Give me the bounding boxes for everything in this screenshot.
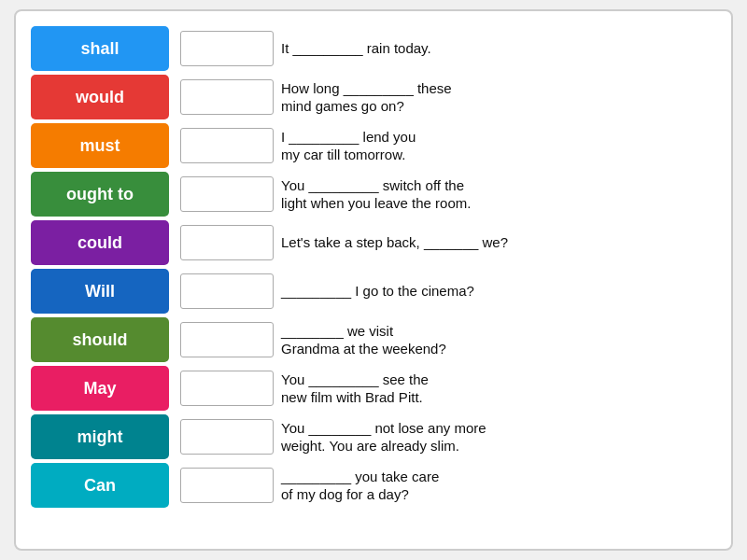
sentence-row-s3: I _________ lend you my car till tomorro… xyxy=(180,123,716,168)
answer-box-s10[interactable] xyxy=(180,468,274,503)
answer-box-s4[interactable] xyxy=(180,176,274,212)
sentence-text-s3: I _________ lend you my car till tomorro… xyxy=(281,128,416,164)
word-btn-would[interactable]: would xyxy=(31,75,169,119)
sentence-text-s2: How long _________ these mind games go o… xyxy=(281,79,452,116)
word-btn-might[interactable]: might xyxy=(31,414,169,459)
word-btn-can[interactable]: Can xyxy=(31,463,169,508)
sentence-row-s5: Let's take a step back, _______ we? xyxy=(180,220,716,265)
answer-box-s8[interactable] xyxy=(180,371,274,406)
word-btn-must[interactable]: must xyxy=(31,123,169,168)
word-btn-could[interactable]: could xyxy=(31,220,169,265)
answer-box-s1[interactable] xyxy=(180,31,274,66)
answer-box-s2[interactable] xyxy=(180,79,274,115)
sentence-row-s9: You ________ not lose any more weight. Y… xyxy=(180,414,716,459)
word-btn-ought-to[interactable]: ought to xyxy=(31,172,169,217)
sentence-row-s1: It _________ rain today. xyxy=(180,26,716,71)
sentence-list: It _________ rain today.How long _______… xyxy=(180,26,716,534)
answer-box-s3[interactable] xyxy=(180,128,274,163)
answer-box-s7[interactable] xyxy=(180,322,274,357)
sentence-text-s6: _________ I go to the cinema? xyxy=(281,282,474,301)
word-btn-shall[interactable]: shall xyxy=(31,26,169,71)
word-btn-may[interactable]: May xyxy=(31,366,169,411)
sentence-row-s8: You _________ see the new film with Brad… xyxy=(180,366,716,411)
sentence-text-s9: You ________ not lose any more weight. Y… xyxy=(281,419,486,455)
sentence-row-s4: You _________ switch off the light when … xyxy=(180,172,716,217)
answer-box-s6[interactable] xyxy=(180,273,274,309)
word-btn-will[interactable]: Will xyxy=(31,269,169,314)
sentence-row-s10: _________ you take care of my dog for a … xyxy=(180,463,716,508)
answer-box-s9[interactable] xyxy=(180,419,274,455)
sentence-text-s4: You _________ switch off the light when … xyxy=(281,176,471,213)
word-list: shallwouldmustought tocouldWillshouldMay… xyxy=(31,26,169,534)
word-btn-should[interactable]: should xyxy=(31,317,169,362)
sentence-text-s7: ________ we visit Grandma at the weekend… xyxy=(281,322,446,358)
sentence-text-s1: It _________ rain today. xyxy=(281,39,431,58)
sentence-text-s10: _________ you take care of my dog for a … xyxy=(281,468,439,504)
sentence-text-s5: Let's take a step back, _______ we? xyxy=(281,233,508,252)
sentence-row-s2: How long _________ these mind games go o… xyxy=(180,75,716,119)
sentence-row-s7: ________ we visit Grandma at the weekend… xyxy=(180,317,716,362)
main-container: shallwouldmustought tocouldWillshouldMay… xyxy=(14,9,733,551)
answer-box-s5[interactable] xyxy=(180,225,274,260)
sentence-text-s8: You _________ see the new film with Brad… xyxy=(281,371,429,407)
sentence-row-s6: _________ I go to the cinema? xyxy=(180,269,716,314)
